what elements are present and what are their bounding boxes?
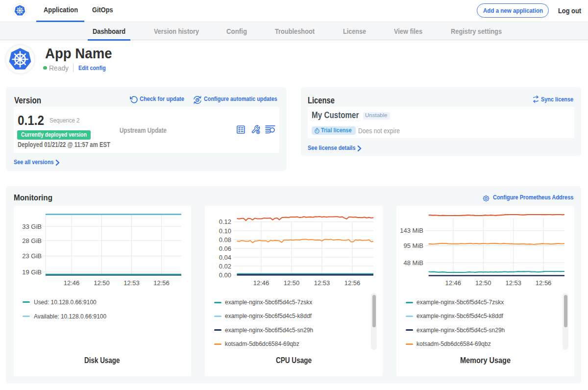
svg-text:95 MiB: 95 MiB xyxy=(404,242,423,249)
svg-text:28 GiB: 28 GiB xyxy=(22,237,42,244)
svg-text:33 GiB: 33 GiB xyxy=(22,223,42,230)
svg-text:12:46: 12:46 xyxy=(253,279,270,287)
svg-text:0.00: 0.00 xyxy=(219,271,231,279)
svg-text:12:53: 12:53 xyxy=(314,279,330,287)
svg-text:19 GiB: 19 GiB xyxy=(22,268,42,276)
svg-text:12:50: 12:50 xyxy=(284,279,300,287)
svg-text:48 MiB: 48 MiB xyxy=(404,259,423,267)
svg-text:12:56: 12:56 xyxy=(536,279,552,287)
svg-text:23 GiB: 23 GiB xyxy=(22,252,42,260)
svg-text:0.06: 0.06 xyxy=(219,245,231,252)
svg-text:0.04: 0.04 xyxy=(219,254,231,261)
svg-text:12:50: 12:50 xyxy=(475,279,491,287)
svg-text:12:56: 12:56 xyxy=(344,279,361,287)
svg-text:12:46: 12:46 xyxy=(445,279,462,287)
svg-text:0.12: 0.12 xyxy=(219,218,231,225)
svg-text:12:56: 12:56 xyxy=(153,279,170,287)
svg-text:143 MiB: 143 MiB xyxy=(400,227,423,234)
svg-text:12:53: 12:53 xyxy=(505,279,521,287)
svg-text:0.08: 0.08 xyxy=(219,236,231,244)
svg-text:12:46: 12:46 xyxy=(64,279,80,287)
svg-text:0.02: 0.02 xyxy=(219,263,231,270)
svg-text:12:50: 12:50 xyxy=(94,279,110,287)
svg-text:12:53: 12:53 xyxy=(123,279,140,287)
svg-text:0.10: 0.10 xyxy=(219,227,231,235)
